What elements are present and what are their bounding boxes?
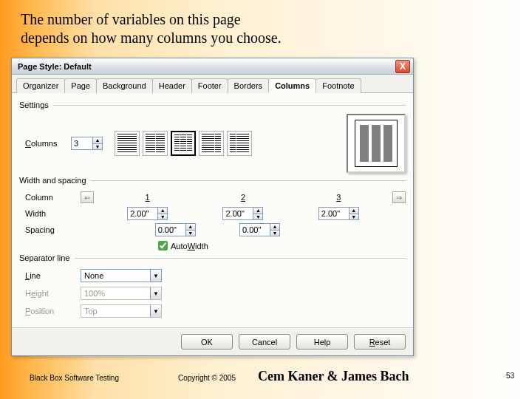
tab-page[interactable]: Page xyxy=(64,78,97,93)
down-icon[interactable]: ▼ xyxy=(349,214,358,219)
down-icon[interactable]: ▼ xyxy=(157,214,167,219)
right-arrow-icon: ⇒ xyxy=(396,194,402,202)
down-icon[interactable]: ▼ xyxy=(253,214,262,219)
width-spinner-1[interactable]: ▲▼ xyxy=(127,207,168,220)
down-icon[interactable]: ▼ xyxy=(270,230,279,236)
column-row-label: Column xyxy=(25,193,81,202)
up-icon[interactable]: ▲ xyxy=(157,208,167,214)
down-icon[interactable]: ▼ xyxy=(185,230,195,236)
tab-borders[interactable]: Borders xyxy=(228,78,270,93)
line-combo[interactable]: None▼ xyxy=(81,269,162,282)
chevron-down-icon: ▼ xyxy=(150,305,161,317)
tab-columns[interactable]: Columns xyxy=(268,78,316,93)
footer-center: Copyright © 2005 xyxy=(178,374,236,382)
columns-down-icon[interactable]: ▼ xyxy=(92,143,102,149)
settings-group-label: Settings xyxy=(19,100,406,109)
help-button[interactable]: Help xyxy=(296,334,348,349)
col-header-1: 1 xyxy=(100,193,195,202)
up-icon[interactable]: ▲ xyxy=(270,224,279,230)
columns-preview xyxy=(347,114,406,173)
position-label: Position xyxy=(25,307,81,316)
tab-header[interactable]: Header xyxy=(152,78,192,93)
slide-caption-line2: depends on how many columns you choose. xyxy=(21,29,282,47)
spacing-input-1[interactable] xyxy=(156,224,185,236)
position-value: Top xyxy=(81,305,150,317)
columns-up-icon[interactable]: ▲ xyxy=(92,137,102,143)
width-spacing-grid: Column ⇐ 1 2 3 ⇒ Width ▲▼ ▲▼ ▲▼ xyxy=(19,189,406,250)
columns-label: Columns xyxy=(25,139,64,148)
width-spinner-3[interactable]: ▲▼ xyxy=(318,207,359,220)
ok-button[interactable]: OK xyxy=(181,334,233,349)
titlebar[interactable]: Page Style: Default X xyxy=(12,58,413,75)
tab-footer[interactable]: Footer xyxy=(191,78,228,93)
separator-grid: Line None▼ Height 100%▼ Position Top▼ xyxy=(19,267,406,320)
autowidth-checkbox[interactable]: AutoWidth xyxy=(158,241,406,250)
width-input-3[interactable] xyxy=(319,208,349,219)
width-spacing-group-label: Width and spacing xyxy=(19,176,406,185)
left-arrow-icon: ⇐ xyxy=(84,194,90,202)
separator-group-label: Separator line xyxy=(19,253,406,262)
settings-row: Columns ▲ ▼ xyxy=(19,114,406,173)
preset-1col[interactable] xyxy=(115,131,140,156)
spacing-spinner-2[interactable]: ▲▼ xyxy=(239,223,280,236)
width-spinner-2[interactable]: ▲▼ xyxy=(222,207,263,220)
preset-3col[interactable] xyxy=(171,131,196,156)
preset-2col-left[interactable] xyxy=(199,131,224,156)
columns-input[interactable] xyxy=(72,137,92,149)
up-icon[interactable]: ▲ xyxy=(253,208,262,214)
height-label: Height xyxy=(25,289,81,298)
autowidth-label: AutoWidth xyxy=(171,242,208,250)
tab-organizer[interactable]: Organizer xyxy=(16,78,65,93)
width-row-label: Width xyxy=(25,209,81,218)
chevron-down-icon[interactable]: ▼ xyxy=(150,270,161,282)
height-value: 100% xyxy=(81,287,150,299)
preview-cols-icon xyxy=(355,120,398,167)
close-icon: X xyxy=(400,61,406,72)
tab-background[interactable]: Background xyxy=(96,78,153,93)
height-combo: 100%▼ xyxy=(81,287,162,300)
slide-footer: Black Box Software Testing Copyright © 2… xyxy=(30,369,510,384)
line-label: Line xyxy=(25,271,81,280)
prev-column-button[interactable]: ⇐ xyxy=(81,191,94,203)
chevron-down-icon: ▼ xyxy=(150,287,161,299)
col-header-2: 2 xyxy=(195,193,290,202)
col-header-3: 3 xyxy=(291,193,386,202)
cancel-button[interactable]: Cancel xyxy=(239,334,290,349)
position-combo: Top▼ xyxy=(81,304,162,318)
up-icon[interactable]: ▲ xyxy=(349,208,358,214)
width-input-1[interactable] xyxy=(128,208,157,219)
spacing-input-2[interactable] xyxy=(240,224,270,236)
tab-footnote[interactable]: Footnote xyxy=(316,78,361,93)
columns-spinner[interactable]: ▲ ▼ xyxy=(71,137,103,150)
slide-caption-line1: The number of variables on this page xyxy=(21,10,282,29)
footer-authors: Cem Kaner & James Bach xyxy=(258,369,409,384)
autowidth-input[interactable] xyxy=(158,241,168,250)
preset-2col-right[interactable] xyxy=(227,131,252,156)
dialog-button-bar: OK Cancel Help Reset xyxy=(12,327,413,355)
slide-caption: The number of variables on this page dep… xyxy=(21,10,282,47)
footer-left: Black Box Software Testing xyxy=(30,374,119,382)
spacing-spinner-1[interactable]: ▲▼ xyxy=(155,223,196,236)
line-value: None xyxy=(81,270,150,282)
reset-button[interactable]: Reset xyxy=(354,334,406,349)
spacing-row-label: Spacing xyxy=(25,225,81,234)
close-button[interactable]: X xyxy=(395,60,410,73)
columns-panel: Settings Columns ▲ ▼ xyxy=(12,93,413,327)
next-column-button[interactable]: ⇒ xyxy=(392,191,406,203)
column-presets xyxy=(115,131,252,156)
preset-2col[interactable] xyxy=(143,131,168,156)
dialog-title: Page Style: Default xyxy=(18,62,395,71)
width-input-2[interactable] xyxy=(223,208,253,219)
page-number: 53 xyxy=(506,372,514,380)
tab-strip: Organizer Page Background Header Footer … xyxy=(12,75,413,93)
up-icon[interactable]: ▲ xyxy=(185,224,195,230)
page-style-dialog: Page Style: Default X Organizer Page Bac… xyxy=(11,58,414,356)
